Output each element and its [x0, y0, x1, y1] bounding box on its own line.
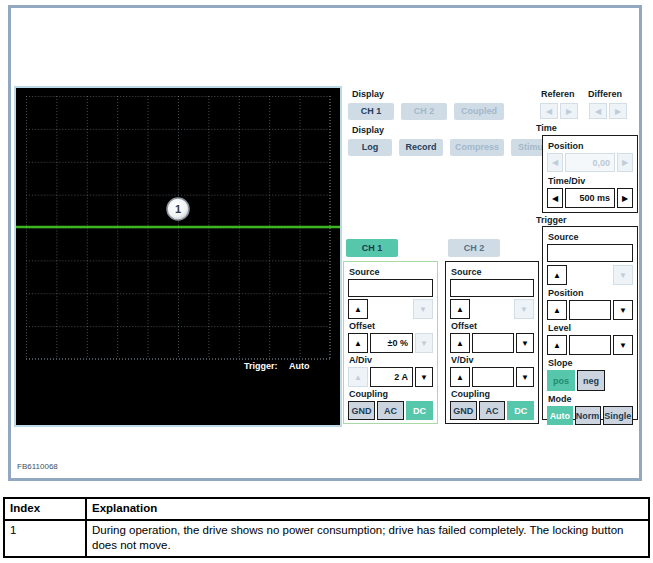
arrow-right-icon: ▶ — [622, 158, 628, 167]
ch1-tab[interactable]: CH 1 — [346, 239, 398, 257]
difference-label: Differen — [588, 89, 622, 99]
spin-up-icon: ▲ — [456, 305, 464, 314]
display-channel-label: Display — [352, 89, 384, 99]
ch2-offset-field[interactable] — [472, 333, 514, 353]
ch1-offset-up-button[interactable]: ▲ — [348, 333, 368, 353]
explanation-column-header: Explanation — [86, 498, 649, 520]
reference-label: Referen — [541, 89, 575, 99]
ch2-vdiv-up-button[interactable]: ▲ — [450, 367, 470, 387]
time-div-left-button[interactable]: ◀ — [547, 188, 563, 208]
ch1-source-field[interactable] — [348, 279, 433, 297]
record-button[interactable]: Record — [399, 139, 443, 156]
ch2-source-up-button[interactable]: ▲ — [450, 299, 470, 319]
coupled-display-button: Coupled — [454, 103, 504, 120]
ch1-coupling-row: GND AC DC — [348, 401, 433, 420]
ch2-source-field[interactable] — [450, 279, 534, 297]
ch1-source-label: Source — [349, 267, 433, 277]
trigger-slope-row: pos neg — [547, 370, 633, 391]
spin-up-icon: ▲ — [553, 306, 561, 315]
ch1-ac-button[interactable]: AC — [377, 401, 404, 420]
arrow-right-icon: ▶ — [622, 194, 628, 203]
ch2-source-row — [450, 279, 534, 297]
ch2-dc-button[interactable]: DC — [507, 401, 534, 420]
spin-up-icon: ▲ — [354, 373, 362, 382]
arrow-right-icon: ▶ — [566, 107, 572, 116]
ch1-offset-label: Offset — [349, 321, 433, 331]
ch1-display-button[interactable]: CH 1 — [348, 103, 394, 120]
mode-single-button[interactable]: Single — [603, 406, 634, 425]
ch1-dc-button[interactable]: DC — [406, 401, 433, 420]
ch2-ac-button[interactable]: AC — [479, 401, 506, 420]
ch2-vdiv-down-button[interactable]: ▼ — [516, 367, 534, 387]
mode-auto-button[interactable]: Auto — [547, 406, 573, 425]
spin-up-icon: ▲ — [456, 373, 464, 382]
ch1-source-down-button: ▼ — [413, 299, 433, 319]
arrow-left-icon: ◀ — [546, 107, 552, 116]
ch2-offset-up-button[interactable]: ▲ — [450, 333, 470, 353]
ch1-adiv-down-button[interactable]: ▼ — [415, 367, 433, 387]
spin-down-icon: ▼ — [419, 305, 427, 314]
spin-up-icon: ▲ — [553, 271, 561, 280]
spin-up-icon: ▲ — [354, 305, 362, 314]
time-div-right-button[interactable]: ▶ — [617, 188, 633, 208]
trigger-level-row: ▲ ▼ — [547, 335, 633, 355]
compress-button: Compress — [450, 139, 504, 156]
ch1-group: Source ▲ ▼ Offset ▲ ±0 % ▼ A/Div ▲ 2 A ▼… — [343, 261, 438, 424]
trigger-level-up-button[interactable]: ▲ — [547, 335, 567, 355]
ch2-vdiv-row: ▲ ▼ — [450, 367, 534, 387]
trigger-status-value: Auto — [289, 361, 310, 371]
ch1-coupling-label: Coupling — [349, 389, 433, 399]
spin-down-icon: ▼ — [420, 339, 428, 348]
time-group: Position ◀ 0,00 ▶ Time/Div ◀ 500 ms ▶ — [542, 135, 638, 213]
trigger-mode-label: Mode — [548, 394, 633, 404]
ch1-adiv-label: A/Div — [349, 355, 433, 365]
oscilloscope-display: 1 Trigger: Auto — [14, 86, 342, 427]
trigger-level-label: Level — [548, 323, 633, 333]
ch1-adiv-field[interactable]: 2 A — [370, 367, 413, 387]
trigger-position-label: Position — [548, 288, 633, 298]
index-cell: 1 — [4, 520, 86, 557]
slope-pos-button[interactable]: pos — [547, 370, 575, 391]
ch2-source-down-button: ▼ — [514, 299, 534, 319]
spin-up-icon: ▲ — [553, 341, 561, 350]
time-section-label: Time — [536, 123, 557, 133]
spin-down-icon: ▼ — [619, 306, 627, 315]
ch2-display-button: CH 2 — [401, 103, 447, 120]
trigger-source-field[interactable] — [547, 244, 633, 262]
log-button[interactable]: Log — [348, 139, 392, 156]
time-div-value[interactable]: 500 ms — [565, 188, 615, 208]
trigger-level-down-button[interactable]: ▼ — [613, 335, 633, 355]
ch2-offset-down-button[interactable]: ▼ — [516, 333, 534, 353]
trigger-position-field[interactable] — [569, 300, 611, 320]
table-header-row: Index Explanation — [4, 498, 649, 520]
ch1-source-row — [348, 279, 433, 297]
trigger-position-row: ▲ ▼ — [547, 300, 633, 320]
ch2-tab[interactable]: CH 2 — [448, 239, 500, 257]
ch2-source-spin-row: ▲ ▼ — [450, 299, 534, 319]
trigger-group: Source ▲ ▼ Position ▲ ▼ Level ▲ ▼ Slope — [542, 226, 638, 420]
trigger-position-up-button[interactable]: ▲ — [547, 300, 567, 320]
trigger-section-label: Trigger — [536, 215, 567, 225]
spin-down-icon: ▼ — [520, 305, 528, 314]
trigger-level-field[interactable] — [569, 335, 611, 355]
trigger-source-label: Source — [548, 232, 633, 242]
ch2-offset-label: Offset — [451, 321, 534, 331]
display-channel-buttons: CH 1 CH 2 Coupled — [348, 103, 504, 120]
ch2-coupling-label: Coupling — [451, 389, 534, 399]
spin-down-icon: ▼ — [420, 373, 428, 382]
display-mode-label: Display — [352, 125, 384, 135]
slope-neg-button[interactable]: neg — [577, 370, 605, 391]
reference-next-button: ▶ — [560, 103, 578, 119]
trigger-source-up-button[interactable]: ▲ — [547, 265, 567, 285]
ch1-gnd-button[interactable]: GND — [348, 401, 375, 420]
spin-down-icon: ▼ — [521, 373, 529, 382]
arrow-right-icon: ▶ — [615, 107, 621, 116]
ch1-source-up-button[interactable]: ▲ — [348, 299, 368, 319]
ch2-vdiv-field[interactable] — [472, 367, 514, 387]
ch1-offset-field[interactable]: ±0 % — [370, 333, 413, 353]
explanation-cell: During operation, the drive shows no pow… — [86, 520, 649, 557]
mode-norm-button[interactable]: Norm — [575, 406, 601, 425]
trigger-position-down-button[interactable]: ▼ — [613, 300, 633, 320]
spin-row-spacer — [569, 265, 611, 285]
ch2-gnd-button[interactable]: GND — [450, 401, 477, 420]
